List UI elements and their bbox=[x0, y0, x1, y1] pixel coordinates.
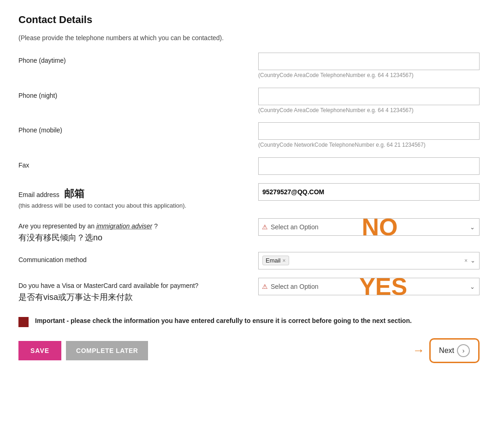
next-button-label: Next bbox=[439, 346, 454, 355]
phone-night-input[interactable] bbox=[258, 88, 480, 105]
phone-mobile-group: (CountryCode NetworkCode TelephoneNumber… bbox=[258, 122, 480, 149]
phone-daytime-label: Phone (daytime) bbox=[18, 53, 258, 66]
email-extra-label: (this address will be used to contact yo… bbox=[18, 202, 186, 209]
right-nav: → Next › bbox=[413, 338, 480, 363]
phone-daytime-input[interactable] bbox=[258, 53, 480, 70]
immigration-adviser-select-wrapper: ⚠ Select an Option No Yes ⌄ bbox=[258, 218, 480, 236]
fax-group bbox=[258, 157, 480, 175]
fax-input[interactable] bbox=[258, 157, 480, 175]
communication-chevron-icon[interactable]: ⌄ bbox=[470, 257, 475, 264]
left-buttons: SAVE COMPLETE LATER bbox=[18, 341, 148, 360]
email-tag-remove[interactable]: × bbox=[283, 257, 286, 264]
complete-later-button[interactable]: COMPLETE LATER bbox=[66, 341, 148, 360]
important-notice-box: Important - please check the information… bbox=[18, 316, 480, 327]
phone-night-group: (CountryCode AreaCode TelephoneNumber e.… bbox=[258, 88, 480, 114]
email-tag-label: Email bbox=[266, 257, 281, 264]
immigration-adviser-group: ⚠ Select an Option No Yes ⌄ NO bbox=[258, 218, 480, 236]
important-notice-text: Important - please check the information… bbox=[35, 316, 412, 326]
save-button[interactable]: SAVE bbox=[18, 341, 61, 360]
communication-clear-icon[interactable]: × bbox=[464, 257, 468, 264]
email-input[interactable] bbox=[258, 183, 480, 201]
immigration-adviser-label: Are you represented by an immigration ad… bbox=[18, 218, 258, 244]
phone-mobile-input[interactable] bbox=[258, 122, 480, 140]
phone-night-hint: (CountryCode AreaCode TelephoneNumber e.… bbox=[258, 107, 480, 114]
phone-daytime-hint: (CountryCode AreaCode TelephoneNumber e.… bbox=[258, 72, 480, 79]
email-annotation: 邮箱 bbox=[64, 188, 84, 199]
subtitle: (Please provide the telephone numbers at… bbox=[18, 34, 480, 42]
communication-method-group: Email × × ⌄ bbox=[258, 252, 480, 269]
email-label: Email address 邮箱 (this address will be u… bbox=[18, 183, 258, 210]
fax-label: Fax bbox=[18, 157, 258, 170]
communication-method-select-wrapper: Email × × ⌄ bbox=[258, 252, 480, 269]
visa-mastercard-select-wrapper: ⚠ Select an Option Yes No ⌄ bbox=[258, 278, 480, 295]
phone-night-label: Phone (night) bbox=[18, 88, 258, 101]
phone-mobile-label: Phone (mobile) bbox=[18, 122, 258, 135]
page-title: Contact Details bbox=[18, 14, 480, 26]
visa-mastercard-chinese: 是否有visa或万事达卡用来付款 bbox=[18, 292, 258, 303]
immigration-adviser-select[interactable]: Select an Option No Yes bbox=[258, 218, 480, 236]
next-arrow-icon: → bbox=[413, 343, 425, 358]
phone-daytime-group: (CountryCode AreaCode TelephoneNumber e.… bbox=[258, 53, 480, 79]
email-group bbox=[258, 183, 480, 201]
next-button[interactable]: Next › bbox=[429, 338, 480, 363]
visa-mastercard-label: Do you have a Visa or MasterCard card av… bbox=[18, 278, 258, 303]
visa-mastercard-group: ⚠ Select an Option Yes No ⌄ YES bbox=[258, 278, 480, 295]
visa-mastercard-select[interactable]: Select an Option Yes No bbox=[258, 278, 480, 295]
next-chevron-icon: › bbox=[457, 344, 470, 357]
button-row: SAVE COMPLETE LATER → Next › bbox=[18, 338, 480, 363]
important-icon bbox=[18, 317, 29, 327]
phone-mobile-hint: (CountryCode NetworkCode TelephoneNumber… bbox=[258, 142, 480, 149]
communication-method-label: Communication method bbox=[18, 252, 258, 265]
immigration-adviser-link: immigration adviser bbox=[96, 222, 152, 230]
immigration-adviser-chinese: 有没有移民倾向？选no bbox=[18, 232, 258, 244]
email-tag: Email × bbox=[262, 256, 289, 265]
